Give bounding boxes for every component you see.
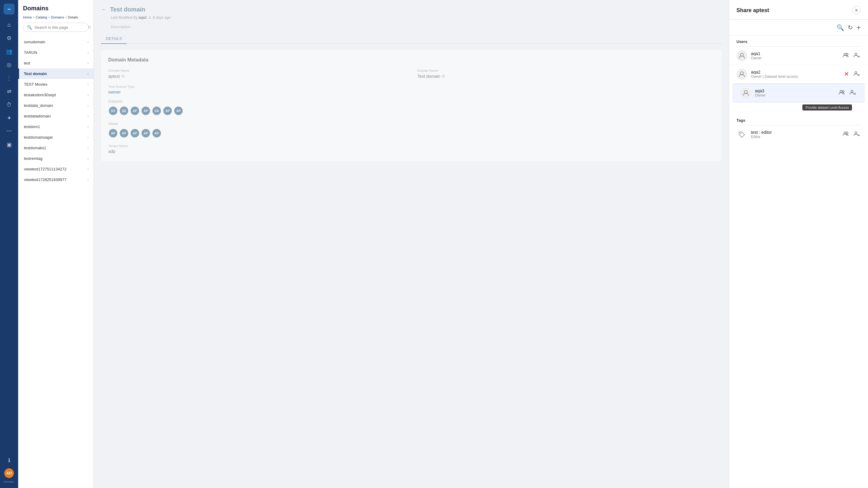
view-avatar-ap3: AP [130,128,140,138]
detail-content: ← Test domain Last Modified By aqa1 ℹ 8 … [94,0,729,488]
group-action-aqa3[interactable] [837,89,846,97]
tag-remove-action[interactable] [852,130,861,139]
sidebar-item-testremtag[interactable]: testremtag › [18,153,93,164]
chevron-right-icon: › [87,51,89,55]
sidebar-item-test-domain[interactable]: Test domain › [18,68,93,79]
user-avatar-aqa1 [737,50,747,61]
user-actions-aqa3 [837,89,857,97]
user-role-aqa1: Owner [751,56,838,60]
sidebar-item-testdomaks1[interactable]: testdomaks1 › [18,143,93,153]
sidebar-item-testdatadomain[interactable]: testdatadomain › [18,111,93,121]
sidebar-item-tarun[interactable]: TARUN › [18,47,93,58]
access-type-value: owner [108,90,714,94]
copy-icon[interactable]: ⧉ [122,74,125,79]
tag-group-action[interactable] [841,130,850,139]
sidebar-item-label: testremtag [24,156,42,161]
remove-user-aqa3[interactable] [848,89,857,97]
tabs: DETAILS [101,34,722,44]
sidebar-item-testdom1[interactable]: testdom1 › [18,121,93,132]
tag-info: test : editor Editor [751,130,838,139]
chevron-right-icon: › [87,146,89,150]
tags-section-label: Tags [729,114,868,125]
user-row-aqa2: aqa2 Owner | Dataset level access ✕ [729,65,868,84]
domain-title: Test domain [110,6,145,13]
sidebar-item-label: TEST Movies [24,82,48,87]
chevron-right-icon: › [87,156,89,161]
nav-tools[interactable]: ✦ [4,113,14,123]
remove-access-aqa2[interactable]: ✕ [843,69,850,79]
remove-user-aqa1[interactable] [852,52,861,60]
info-icon: ℹ [149,16,151,20]
user-role-aqa2: Owner | Dataset level access [751,75,839,79]
sidebar-item-testdomainsagar[interactable]: testdomainsagar › [18,132,93,143]
nav-shuffle[interactable]: ⇌ [4,86,14,97]
app-logo[interactable]: ~ [4,4,14,15]
tag-actions [841,130,861,139]
share-close-button[interactable]: ✕ [852,6,861,15]
sidebar-item-testaksdom30sept[interactable]: testaksdom30sept › [18,90,93,100]
views-label: Views [108,122,714,126]
views-avatars: AP AP AP AP AP [108,128,714,138]
display-name-value: Test domain ⧉ [417,74,714,79]
search-box[interactable]: 🔍 ↻ [23,23,89,32]
search-input[interactable] [34,25,85,30]
sidebar-item-sonudomain[interactable]: sonudomain › [18,37,93,47]
group-action-aqa1[interactable] [841,52,850,60]
sidebar-item-label: testdata_domain [24,103,53,108]
refresh-icon[interactable]: ↻ [88,25,91,30]
breadcrumb-catalog[interactable]: Catalog [36,16,47,19]
nav-home[interactable]: ⌂ [4,19,14,30]
user-role-aqa3: Owner [755,93,834,97]
share-refresh-button[interactable]: ↻ [848,24,853,31]
nav-circle[interactable]: ◎ [4,59,14,70]
svg-point-4 [846,53,848,55]
back-button[interactable]: ← [101,6,106,13]
sidebar-item-test-movies[interactable]: TEST Movies › [18,79,93,90]
copy-icon-display[interactable]: ⧉ [442,74,445,79]
app-name-label: Amorphic [4,481,14,484]
nav-filter[interactable]: ⚙ [4,33,14,44]
user-row-aqa1: aqa1 Owner [729,47,868,65]
chevron-right-icon: › [87,82,89,87]
user-avatar-aqa3 [740,87,751,98]
tag-icon [737,129,747,140]
nav-info[interactable]: ℹ [4,455,14,466]
sidebar-item-label: sonudomain [24,40,45,44]
nav-history[interactable]: ⏱ [4,99,14,110]
left-navigation: ~ ⌂ ⚙ 👥 ◎ ⋮ ⇌ ⏱ ✦ 〰 ▣ ℹ AO Amorphic [0,0,18,488]
sidebar-item-label: Test domain [24,71,47,76]
view-avatar-ap1: AP [108,128,118,138]
share-search-button[interactable]: 🔍 [837,24,844,31]
nav-package[interactable]: ▣ [4,139,14,150]
sidebar-item-viewtest2[interactable]: viewtest1728251939977 › [18,174,93,185]
display-name-label: Display Name [417,69,714,73]
user-name-aqa1: aqa1 [751,51,838,56]
sidebar-title: Domains [23,5,89,12]
datasets-label: Datasets [108,99,714,104]
tenant-name-value: adp [108,149,714,154]
domain-name-label: Domain Name [108,69,405,73]
sidebar-item-testdata-domain[interactable]: testdata_domain › [18,100,93,111]
nav-data[interactable]: ⋮ [4,73,14,84]
breadcrumb-domains[interactable]: Domains [51,16,64,19]
sidebar-item-viewtest1[interactable]: viewtest1727511134272 › [18,164,93,174]
description-label: Description [111,25,722,29]
svg-point-3 [844,53,846,55]
dataset-avatar-ap1: AP [130,106,140,116]
sidebar-item-label: testdomainsagar [24,135,53,140]
chevron-right-icon: › [87,135,89,140]
nav-users[interactable]: 👥 [4,46,14,57]
chevron-right-icon: › [87,61,89,65]
user-avatar-nav[interactable]: AO [4,468,14,478]
chevron-right-icon: › [87,178,89,182]
field-row-names: Domain Name aptest ⧉ Display Name Test d… [108,69,714,79]
sidebar-item-test[interactable]: test › [18,58,93,68]
svg-point-21 [855,132,857,134]
share-add-button[interactable]: + [857,23,861,32]
dataset-avatar-ap3: AP [163,106,173,116]
tab-details[interactable]: DETAILS [101,34,127,44]
nav-wave[interactable]: 〰 [4,126,14,137]
breadcrumb-home[interactable]: Home [23,16,32,19]
remove-user-aqa2[interactable] [852,70,861,78]
sidebar-item-label: viewtest1728251939977 [24,177,66,182]
